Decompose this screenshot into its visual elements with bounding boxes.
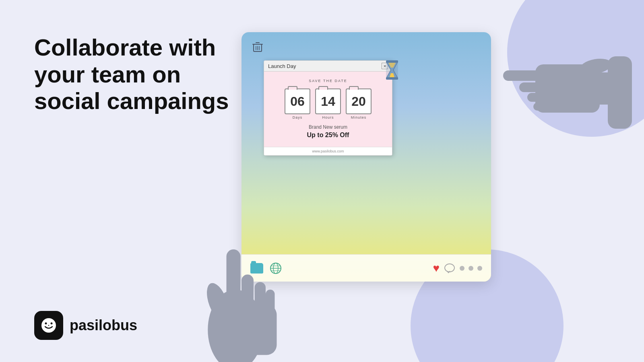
window-titlebar: Launch Day ✕ (264, 61, 392, 72)
heart-icon[interactable]: ♥ (433, 262, 440, 275)
countdown-minutes: 20 Minutes (346, 88, 372, 119)
hours-value: 14 (321, 94, 335, 109)
svg-rect-32 (533, 103, 559, 111)
comment-icon[interactable] (444, 262, 456, 274)
hours-box: 14 (315, 88, 341, 114)
dot-2 (469, 266, 473, 271)
days-box: 06 (285, 88, 310, 114)
hand-right-silhouette (503, 32, 632, 145)
headline-line2: your team on (34, 61, 181, 87)
window-footer: www.pasilobus.com (264, 147, 392, 155)
svg-rect-11 (386, 60, 398, 63)
svg-point-2 (51, 323, 53, 325)
headline-line1: Collaborate with (34, 34, 216, 60)
save-the-date-text: SAVE THE DATE (269, 79, 387, 83)
trash-icon[interactable] (250, 39, 265, 56)
launch-day-window: Launch Day ✕ SAVE THE DATE 06 Days 14 (264, 60, 392, 156)
days-label: Days (293, 115, 303, 119)
svg-rect-31 (527, 93, 559, 102)
svg-rect-27 (217, 305, 277, 355)
logo-area: pasilobus (34, 311, 137, 340)
window-title: Launch Day (268, 63, 296, 69)
countdown-days: 06 Days (285, 88, 310, 119)
dot-1 (460, 266, 464, 271)
days-value: 06 (290, 94, 305, 109)
minutes-box: 20 (346, 88, 372, 114)
hours-label: Hours (322, 115, 334, 119)
svg-rect-12 (386, 77, 398, 80)
pasilobus-logo-svg (40, 317, 58, 334)
dot-3 (477, 266, 482, 271)
product-title: Up to 25% Off (269, 132, 387, 139)
countdown-row: 06 Days 14 Hours 20 Minutes (269, 88, 387, 119)
page-headline: Collaborate with your team on social cam… (34, 34, 229, 115)
logo-text: pasilobus (70, 317, 137, 334)
svg-point-3 (48, 325, 49, 326)
hourglass-icon (384, 60, 400, 80)
window-body: SAVE THE DATE 06 Days 14 Hours (264, 72, 392, 147)
countdown-hours: 14 Hours (315, 88, 341, 119)
minutes-label: Minutes (351, 115, 367, 119)
toolbar-icons-right: ♥ (433, 262, 482, 275)
minutes-value: 20 (351, 94, 366, 109)
svg-rect-30 (519, 82, 559, 92)
svg-point-20 (445, 264, 454, 272)
product-subtitle: Brand New serum (269, 124, 387, 130)
svg-rect-35 (608, 56, 632, 129)
headline-line3: social campaings (34, 88, 229, 114)
svg-rect-29 (503, 70, 559, 81)
hand-left-silhouette (185, 209, 286, 362)
svg-point-1 (45, 323, 47, 325)
logo-icon (34, 311, 63, 340)
headline-block: Collaborate with your team on social cam… (34, 34, 229, 115)
